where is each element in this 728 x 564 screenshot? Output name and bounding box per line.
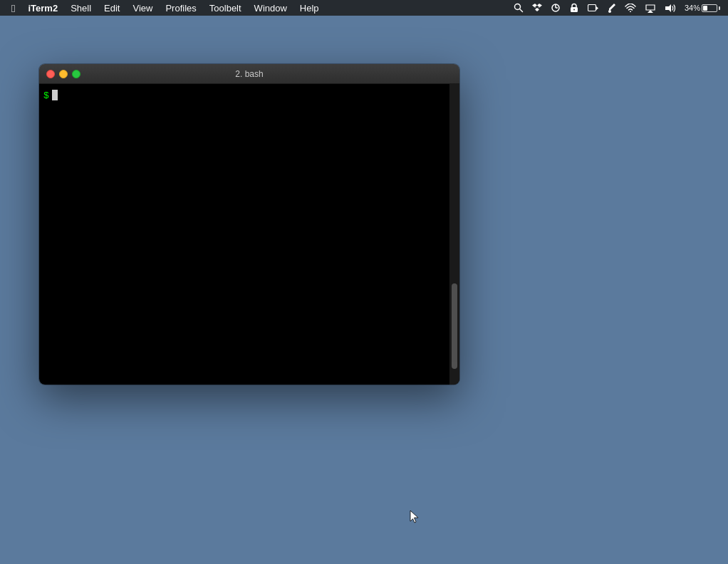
view-menu[interactable]: View xyxy=(127,0,158,16)
terminal-window[interactable]: 2. bash $ xyxy=(39,64,459,385)
terminal-scrollbar[interactable] xyxy=(449,84,459,385)
screenrecord-icon[interactable] xyxy=(586,4,601,12)
terminal-content[interactable]: $ xyxy=(39,84,449,385)
sip-icon[interactable] xyxy=(605,3,618,13)
apple-menu[interactable]:  xyxy=(6,0,21,16)
close-button[interactable] xyxy=(46,70,55,78)
onepassword-icon[interactable] xyxy=(567,3,581,13)
menubar-right: 34% xyxy=(511,3,722,13)
terminal-title: 2. bash xyxy=(235,69,263,79)
terminal-prompt: $ xyxy=(43,90,445,103)
desktop: 2. bash $ xyxy=(0,16,728,564)
terminal-cursor xyxy=(52,90,58,100)
dropbox-icon[interactable] xyxy=(530,3,544,13)
svg-marker-2 xyxy=(532,4,537,7)
battery-body xyxy=(702,4,717,12)
svg-line-1 xyxy=(519,9,522,12)
terminal-titlebar: 2. bash xyxy=(39,64,459,84)
svg-marker-17 xyxy=(665,4,671,12)
help-menu[interactable]: Help xyxy=(294,0,325,16)
prompt-dollar: $ xyxy=(43,90,49,103)
maximize-button[interactable] xyxy=(72,70,80,78)
svg-marker-6 xyxy=(535,8,539,11)
battery-status[interactable]: 34% xyxy=(682,4,722,12)
svg-point-11 xyxy=(573,9,575,11)
battery-tip xyxy=(719,6,720,10)
menubar-left:  iTerm2 Shell Edit View Profiles Toolbe… xyxy=(6,0,325,16)
traffic-lights xyxy=(46,70,80,78)
volume-icon[interactable] xyxy=(662,4,678,13)
spotlight-icon[interactable] xyxy=(511,3,526,13)
svg-rect-12 xyxy=(588,4,596,11)
shell-menu[interactable]: Shell xyxy=(65,0,97,16)
svg-point-14 xyxy=(608,10,611,13)
minimize-button[interactable] xyxy=(59,70,68,78)
window-menu[interactable]: Window xyxy=(249,0,293,16)
app-name-menu[interactable]: iTerm2 xyxy=(22,0,63,16)
profiles-menu[interactable]: Profiles xyxy=(160,0,202,16)
terminal-body[interactable]: $ xyxy=(39,84,459,385)
edit-menu[interactable]: Edit xyxy=(98,0,125,16)
toolbelt-menu[interactable]: Toolbelt xyxy=(204,0,247,16)
battery-fill xyxy=(703,6,707,11)
wifi-icon[interactable] xyxy=(623,4,638,12)
svg-point-15 xyxy=(630,11,631,13)
istat-icon[interactable] xyxy=(548,3,563,13)
mouse-cursor xyxy=(410,510,418,523)
svg-marker-13 xyxy=(596,6,598,10)
terminal-scrollbar-thumb[interactable] xyxy=(452,283,457,369)
svg-marker-3 xyxy=(537,4,542,7)
battery-percent: 34% xyxy=(685,4,700,12)
airplay-icon[interactable] xyxy=(643,4,658,13)
menubar:  iTerm2 Shell Edit View Profiles Toolbe… xyxy=(0,0,728,16)
